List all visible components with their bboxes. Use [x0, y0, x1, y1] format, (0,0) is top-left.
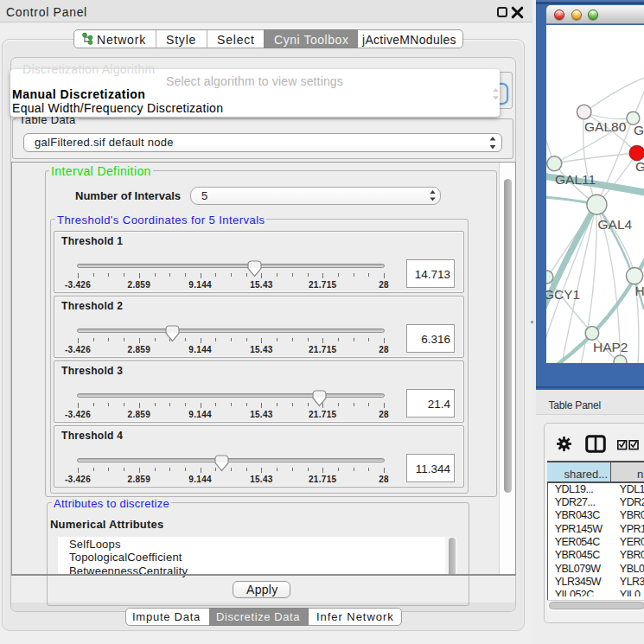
svg-text:GCY1: GCY1	[546, 287, 580, 302]
svg-text:GAL80: GAL80	[584, 119, 627, 134]
svg-text:HAP2: HAP2	[593, 340, 628, 354]
svg-text:GAL4: GAL4	[598, 217, 633, 232]
svg-text:GAL11: GAL11	[555, 172, 596, 187]
svg-text:GA: GA	[634, 123, 644, 137]
svg-text:H: H	[635, 284, 644, 298]
svg-text:G: G	[635, 159, 644, 174]
